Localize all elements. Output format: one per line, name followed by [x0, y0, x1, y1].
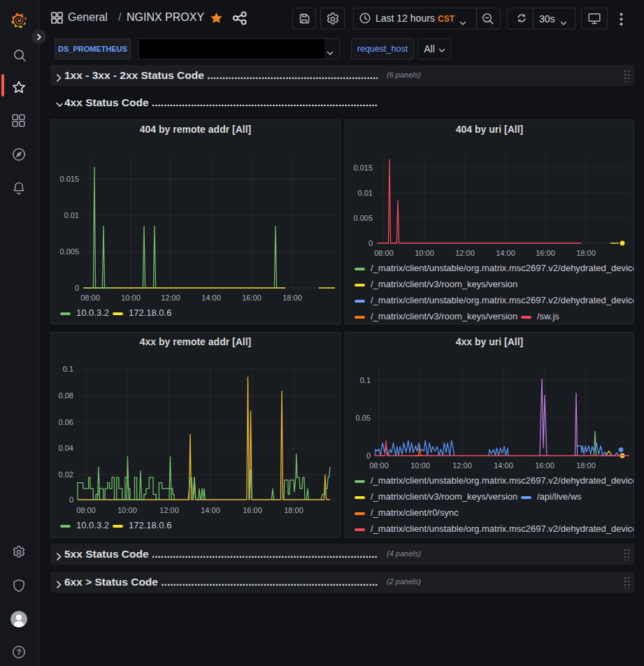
svg-text:16:00: 16:00 [243, 506, 262, 514]
svg-text:08:00: 08:00 [80, 294, 100, 302]
svg-text:0.01: 0.01 [358, 189, 373, 197]
svg-text:12:00: 12:00 [161, 294, 180, 302]
svg-text:0: 0 [366, 451, 371, 460]
svg-text:0.015: 0.015 [353, 164, 373, 172]
svg-text:0.06: 0.06 [59, 418, 73, 426]
svg-text:08:00: 08:00 [374, 249, 394, 257]
svg-text:0.05: 0.05 [356, 414, 371, 422]
svg-text:08:00: 08:00 [369, 461, 389, 470]
svg-text:08:00: 08:00 [76, 506, 96, 514]
svg-text:0.1: 0.1 [360, 376, 371, 384]
svg-text:14:00: 14:00 [201, 294, 221, 302]
svg-text:18:00: 18:00 [282, 294, 302, 302]
svg-text:0.005: 0.005 [353, 214, 373, 222]
svg-text:0.04: 0.04 [59, 444, 73, 452]
svg-text:0: 0 [69, 495, 73, 504]
svg-text:0.08: 0.08 [59, 391, 73, 400]
svg-text:0.015: 0.015 [59, 175, 79, 183]
svg-text:?: ? [16, 648, 21, 656]
svg-text:10:00: 10:00 [415, 249, 434, 257]
svg-text:10:00: 10:00 [410, 461, 430, 470]
svg-text:16:00: 16:00 [535, 461, 554, 470]
svg-text:18:00: 18:00 [576, 461, 596, 470]
svg-text:18:00: 18:00 [576, 249, 596, 257]
svg-text:10:00: 10:00 [121, 294, 141, 302]
svg-text:14:00: 14:00 [201, 506, 220, 514]
svg-text:18:00: 18:00 [284, 506, 303, 514]
svg-text:0: 0 [75, 284, 79, 292]
svg-text:14:00: 14:00 [494, 461, 513, 470]
svg-text:0.02: 0.02 [59, 470, 73, 479]
svg-text:12:00: 12:00 [455, 249, 475, 257]
svg-text:16:00: 16:00 [536, 249, 555, 257]
svg-text:14:00: 14:00 [496, 249, 515, 257]
svg-text:12:00: 12:00 [452, 461, 472, 470]
svg-text:0.01: 0.01 [64, 211, 79, 219]
svg-text:16:00: 16:00 [242, 294, 262, 302]
svg-text:0: 0 [368, 239, 373, 247]
svg-text:12:00: 12:00 [159, 506, 179, 514]
svg-text:10:00: 10:00 [117, 506, 137, 514]
svg-text:0.005: 0.005 [59, 247, 79, 256]
svg-text:0.1: 0.1 [63, 365, 73, 373]
